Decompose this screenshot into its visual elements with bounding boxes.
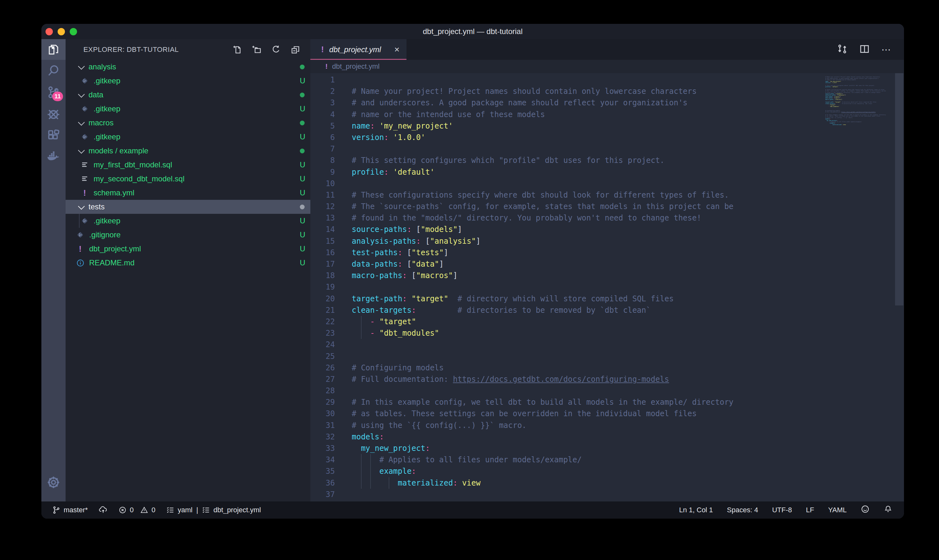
- explorer-icon[interactable]: [42, 39, 66, 60]
- code-editor[interactable]: 12# Name your project! Project names sho…: [310, 73, 904, 502]
- new-folder-icon[interactable]: [251, 44, 262, 55]
- line-number[interactable]: 17: [310, 258, 335, 270]
- notifications-bell-icon[interactable]: [884, 505, 893, 515]
- breadcrumb-file-label[interactable]: dbt_project.yml: [332, 62, 379, 71]
- sql-file-icon: [81, 175, 88, 183]
- code-line-8: 8# This setting configures which "profil…: [310, 155, 904, 166]
- line-number[interactable]: 31: [310, 420, 335, 431]
- encoding-setting[interactable]: UTF-8: [772, 506, 792, 514]
- tree-item-my-second-dbt-model-sql[interactable]: my_second_dbt_model.sqlU: [66, 172, 310, 186]
- extensions-icon[interactable]: [42, 125, 66, 146]
- line-number[interactable]: 9: [310, 166, 335, 178]
- git-file-icon: [81, 105, 88, 112]
- line-number[interactable]: 20: [310, 293, 335, 305]
- line-number[interactable]: 22: [310, 316, 335, 328]
- line-number[interactable]: 8: [310, 155, 335, 166]
- line-number[interactable]: 19: [310, 281, 335, 293]
- eol-setting[interactable]: LF: [806, 506, 814, 514]
- editor-scrollbar[interactable]: [895, 73, 904, 305]
- indentation-setting[interactable]: Spaces: 4: [727, 506, 758, 514]
- line-number[interactable]: 14: [310, 224, 335, 235]
- git-branch-status[interactable]: master*: [52, 506, 88, 514]
- source-control-icon[interactable]: 11: [42, 82, 66, 103]
- line-number[interactable]: 30: [310, 408, 335, 419]
- git-untracked-badge: U: [300, 76, 305, 85]
- more-actions-icon[interactable]: ⋯: [881, 44, 892, 55]
- yaml-schema-status[interactable]: yaml | dbt_project.yml: [166, 506, 261, 514]
- line-number[interactable]: 10: [310, 178, 335, 189]
- line-number[interactable]: 6: [310, 132, 335, 143]
- open-changes-icon[interactable]: [837, 44, 848, 56]
- tree-item--gitkeep[interactable]: .gitkeepU: [66, 74, 310, 88]
- docker-icon[interactable]: [42, 146, 66, 168]
- tree-item-macros[interactable]: macros: [66, 116, 310, 130]
- line-number[interactable]: 1: [310, 74, 335, 86]
- code-line-3: 3# and underscores. A good package name …: [310, 97, 904, 109]
- line-number[interactable]: 24: [310, 339, 335, 350]
- code-line-17: 17data-paths: ["data"]: [310, 258, 904, 270]
- refresh-explorer-icon[interactable]: [271, 44, 282, 55]
- code-line-24: 24: [310, 339, 904, 350]
- tree-item-schema-yml[interactable]: !schema.ymlU: [66, 186, 310, 200]
- split-editor-icon[interactable]: [859, 44, 870, 56]
- line-number[interactable]: 32: [310, 431, 335, 443]
- new-file-icon[interactable]: [232, 44, 243, 55]
- tree-item-readme-md[interactable]: README.mdU: [66, 256, 310, 270]
- tree-item-tests[interactable]: tests: [66, 200, 310, 214]
- tab-dbt-project-yml[interactable]: ! dbt_project.yml ×: [310, 39, 406, 60]
- git-untracked-badge: U: [300, 105, 305, 113]
- sync-changes-button[interactable]: [99, 506, 108, 514]
- line-number[interactable]: 3: [310, 97, 335, 109]
- line-number[interactable]: 35: [310, 466, 335, 477]
- line-number[interactable]: 18: [310, 270, 335, 281]
- line-number[interactable]: 27: [310, 374, 335, 385]
- tree-item-dbt-project-yml[interactable]: !dbt_project.ymlU: [66, 242, 310, 256]
- line-number[interactable]: 5: [310, 120, 335, 132]
- line-number[interactable]: 4: [310, 109, 335, 120]
- line-number[interactable]: 2: [310, 86, 335, 97]
- line-number[interactable]: 29: [310, 397, 335, 408]
- tree-item-analysis[interactable]: analysis: [66, 60, 310, 74]
- run-debug-icon[interactable]: [42, 103, 66, 125]
- line-number[interactable]: 34: [310, 454, 335, 466]
- collapse-folders-icon[interactable]: [290, 44, 301, 55]
- yaml-warning-icon: !: [83, 188, 86, 198]
- close-tab-icon[interactable]: ×: [394, 45, 399, 54]
- tree-item--gitkeep[interactable]: .gitkeepU: [66, 102, 310, 116]
- cursor-position[interactable]: Ln 1, Col 1: [679, 506, 713, 514]
- git-file-icon: [76, 231, 84, 238]
- tree-item--gitkeep[interactable]: .gitkeepU: [66, 214, 310, 228]
- language-mode[interactable]: YAML: [828, 506, 847, 514]
- tree-item-data[interactable]: data: [66, 88, 310, 102]
- minimap[interactable]: # Name your project! Project names shoul…: [825, 75, 894, 127]
- line-number[interactable]: 12: [310, 201, 335, 212]
- line-number[interactable]: 37: [310, 489, 335, 500]
- line-number[interactable]: 21: [310, 305, 335, 316]
- problems-status[interactable]: 0 0: [119, 506, 155, 514]
- line-number[interactable]: 13: [310, 212, 335, 224]
- breadcrumb[interactable]: ! dbt_project.yml: [310, 60, 904, 73]
- code-line-7: 7: [310, 143, 904, 155]
- line-number[interactable]: 26: [310, 362, 335, 374]
- line-number[interactable]: 16: [310, 247, 335, 258]
- line-number[interactable]: 23: [310, 328, 335, 339]
- code-line-18: 18macro-paths: ["macros"]: [310, 270, 904, 281]
- line-number[interactable]: 28: [310, 385, 335, 397]
- feedback-smiley-icon[interactable]: [861, 505, 870, 515]
- line-number[interactable]: 33: [310, 443, 335, 454]
- tree-item--gitignore[interactable]: .gitignoreU: [66, 228, 310, 242]
- tree-item-my-first-dbt-model-sql[interactable]: my_first_dbt_model.sqlU: [66, 158, 310, 172]
- tree-item-models-example[interactable]: models / example: [66, 144, 310, 158]
- tree-item--gitkeep[interactable]: .gitkeepU: [66, 130, 310, 144]
- settings-gear-icon[interactable]: [42, 472, 66, 493]
- line-number[interactable]: 25: [310, 351, 335, 362]
- line-number[interactable]: 36: [310, 477, 335, 489]
- code-line-34: 34 # Applies to all files under models/e…: [310, 454, 904, 466]
- search-icon[interactable]: [42, 60, 66, 82]
- git-untracked-badge: U: [300, 245, 305, 253]
- line-number[interactable]: 7: [310, 143, 335, 155]
- lang-indicator-label: yaml: [178, 506, 192, 514]
- line-number[interactable]: 15: [310, 235, 335, 247]
- line-number[interactable]: 11: [310, 189, 335, 201]
- code-line-11: 11# These configurations specify where d…: [310, 189, 904, 201]
